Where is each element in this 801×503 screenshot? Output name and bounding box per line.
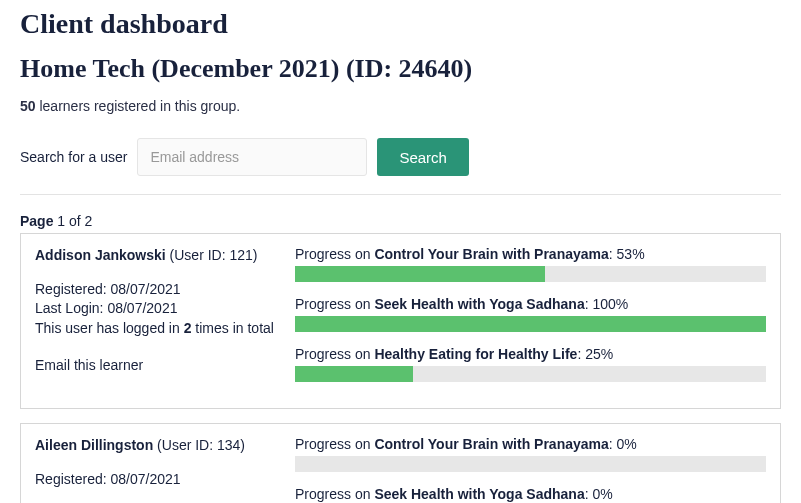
- user-login-count: This user has logged in 2 times in total: [35, 319, 275, 339]
- user-registered: Registered: 08/07/2021: [35, 470, 275, 490]
- page-title: Client dashboard: [20, 8, 781, 40]
- user-name-line: Aileen Dillingston (User ID: 134): [35, 436, 275, 456]
- progress-block: Progress on Seek Health with Yoga Sadhan…: [295, 296, 766, 332]
- progress-bar: [295, 266, 766, 282]
- search-row: Search for a user Search: [20, 138, 781, 176]
- progress-label: Progress on Control Your Brain with Pran…: [295, 436, 766, 452]
- user-info: Addison Jankowski (User ID: 121)Register…: [35, 246, 275, 396]
- progress-block: Progress on Control Your Brain with Pran…: [295, 436, 766, 472]
- user-progress-list: Progress on Control Your Brain with Pran…: [295, 246, 766, 396]
- course-title: Healthy Eating for Healthy Life: [374, 346, 577, 362]
- learner-count: 50 learners registered in this group.: [20, 98, 781, 114]
- progress-bar: [295, 316, 766, 332]
- progress-bar: [295, 366, 766, 382]
- progress-fill: [295, 266, 545, 282]
- course-title: Seek Health with Yoga Sadhana: [374, 486, 584, 502]
- search-input[interactable]: [137, 138, 367, 176]
- group-title: Home Tech (December 2021) (ID: 24640): [20, 54, 781, 84]
- progress-block: Progress on Control Your Brain with Pran…: [295, 246, 766, 282]
- learner-count-num: 50: [20, 98, 36, 114]
- progress-block: Progress on Healthy Eating for Healthy L…: [295, 346, 766, 382]
- user-info: Aileen Dillingston (User ID: 134)Registe…: [35, 436, 275, 503]
- progress-block: Progress on Seek Health with Yoga Sadhan…: [295, 486, 766, 503]
- progress-label: Progress on Seek Health with Yoga Sadhan…: [295, 296, 766, 312]
- progress-fill: [295, 316, 766, 332]
- page-indicator-current: 1 of 2: [53, 213, 92, 229]
- page-indicator-prefix: Page: [20, 213, 53, 229]
- progress-label: Progress on Seek Health with Yoga Sadhan…: [295, 486, 766, 502]
- course-title: Seek Health with Yoga Sadhana: [374, 296, 584, 312]
- user-name: Addison Jankowski: [35, 247, 166, 263]
- user-card: Addison Jankowski (User ID: 121)Register…: [20, 233, 781, 409]
- progress-bar: [295, 456, 766, 472]
- page-indicator: Page 1 of 2: [20, 213, 781, 229]
- user-name-line: Addison Jankowski (User ID: 121): [35, 246, 275, 266]
- course-title: Control Your Brain with Pranayama: [374, 436, 608, 452]
- user-registered: Registered: 08/07/2021: [35, 280, 275, 300]
- search-label: Search for a user: [20, 149, 127, 165]
- user-id: (User ID: 134): [153, 437, 245, 453]
- divider: [20, 194, 781, 195]
- user-card: Aileen Dillingston (User ID: 134)Registe…: [20, 423, 781, 503]
- progress-label: Progress on Healthy Eating for Healthy L…: [295, 346, 766, 362]
- course-title: Control Your Brain with Pranayama: [374, 246, 608, 262]
- user-last-login: Last Login: 08/07/2021: [35, 299, 275, 319]
- email-learner-link[interactable]: Email this learner: [35, 356, 143, 376]
- user-name: Aileen Dillingston: [35, 437, 153, 453]
- search-button[interactable]: Search: [377, 138, 469, 176]
- learner-count-text: learners registered in this group.: [36, 98, 241, 114]
- user-progress-list: Progress on Control Your Brain with Pran…: [295, 436, 766, 503]
- progress-fill: [295, 366, 413, 382]
- user-id: (User ID: 121): [166, 247, 258, 263]
- progress-label: Progress on Control Your Brain with Pran…: [295, 246, 766, 262]
